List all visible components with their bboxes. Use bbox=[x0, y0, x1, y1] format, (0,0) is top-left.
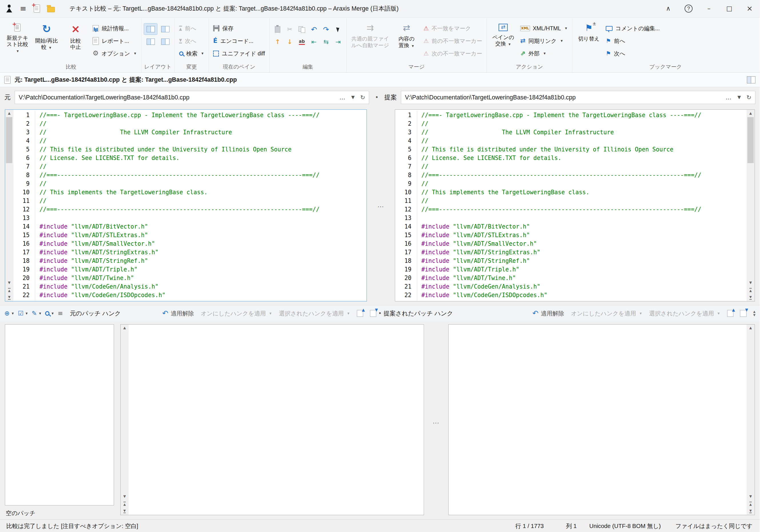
apply-down-button[interactable]: ▼ bbox=[370, 310, 376, 317]
scroll-down-icon[interactable]: ▼ bbox=[746, 493, 755, 500]
align-center-button[interactable]: ⇆ bbox=[320, 37, 332, 47]
auto-merge-button[interactable]: ⇉ 共通の親ファイルへ自動マージ bbox=[349, 20, 392, 49]
jump-last-difference-icon[interactable]: ▼ bbox=[746, 508, 755, 514]
code-line[interactable]: 19#include "llvm/ADT/Triple.h" bbox=[395, 265, 746, 274]
new-text-compare-button[interactable]: + 新規テキスト比較 ▼ bbox=[3, 20, 31, 54]
hunk-search-button[interactable]: ▼ bbox=[45, 311, 54, 315]
original-code-content[interactable]: 1//===- TargetLoweringBase.cpp - Impleme… bbox=[14, 110, 366, 301]
chevron-down-icon[interactable]: ▼ bbox=[350, 94, 356, 101]
unapply-button[interactable]: ↶適用解除 bbox=[162, 310, 194, 317]
xml-html-button[interactable]: XML XML/HTML ▼ bbox=[518, 23, 570, 33]
code-line[interactable]: 2// bbox=[14, 120, 366, 128]
next-bookmark-button[interactable]: ⚑ 次へ bbox=[604, 49, 662, 59]
paste-button[interactable] bbox=[272, 24, 283, 35]
replace-content-button[interactable]: ⇄ 内容の置換 ▼ bbox=[393, 20, 421, 49]
original-patch-content[interactable] bbox=[128, 324, 424, 515]
original-patch-scrollbar[interactable]: ▲ ▼ ▲ ▼ bbox=[120, 324, 129, 515]
scroll-down-icon[interactable]: ▼ bbox=[5, 279, 14, 287]
report-button[interactable]: レポート... bbox=[91, 36, 139, 46]
empty-patch-pane[interactable] bbox=[5, 324, 114, 506]
new-document-icon[interactable]: + bbox=[34, 5, 40, 12]
redo-button[interactable]: ↷ bbox=[320, 24, 332, 35]
scroll-up-icon[interactable]: ▲ bbox=[5, 110, 14, 117]
minimize-button[interactable]: – bbox=[699, 0, 719, 18]
code-line[interactable]: 13 bbox=[395, 214, 746, 222]
statistics-button[interactable]: 統計情報... bbox=[91, 23, 139, 33]
code-line[interactable]: 22#include "llvm/CodeGen/ISDOpcodes.h" bbox=[14, 291, 366, 299]
apply-checked-hunks-button[interactable]: オンにしたハンクを適用▼ bbox=[571, 310, 642, 317]
code-line[interactable]: 16#include "llvm/ADT/SmallVector.h" bbox=[395, 239, 746, 248]
layout-variant-button[interactable] bbox=[158, 36, 172, 47]
proposed-scrollbar[interactable]: ▲ ▼ ▲ ▼ bbox=[746, 110, 755, 301]
code-line[interactable]: 17#include "llvm/ADT/StringExtras.h" bbox=[14, 248, 366, 257]
browse-ellipsis-button[interactable]: … bbox=[339, 95, 345, 100]
scrollbar-thumb[interactable] bbox=[6, 117, 12, 163]
code-line[interactable]: 9// bbox=[395, 179, 746, 188]
gutter-more-button[interactable]: ... bbox=[378, 203, 384, 208]
align-left-button[interactable]: ⇤ bbox=[308, 37, 319, 47]
code-line[interactable]: 22#include "llvm/CodeGen/ISDOpcodes.h" bbox=[395, 291, 746, 299]
code-line[interactable]: 21#include "llvm/CodeGen/Analysis.h" bbox=[395, 282, 746, 291]
jump-first-difference-icon[interactable]: ▲ bbox=[120, 500, 129, 508]
jump-first-difference-icon[interactable]: ▲ bbox=[746, 287, 755, 294]
align-right-button[interactable]: ⇥ bbox=[333, 37, 344, 47]
code-line[interactable]: 7// bbox=[14, 162, 366, 171]
code-line[interactable]: 9// bbox=[14, 179, 366, 188]
select-pointer-button[interactable] bbox=[333, 24, 344, 35]
external-button[interactable]: ⇗ 外部 ▼ bbox=[518, 49, 570, 59]
scrollbar-track[interactable] bbox=[746, 332, 755, 493]
code-line[interactable]: 14#include "llvm/ADT/BitVector.h" bbox=[395, 222, 746, 231]
scrollbar-track[interactable] bbox=[5, 117, 14, 279]
code-line[interactable]: 6// License. See LICENSE.TXT for details… bbox=[14, 154, 366, 162]
close-button[interactable]: × bbox=[739, 0, 760, 18]
code-line[interactable]: 16#include "llvm/ADT/SmallVector.h" bbox=[14, 239, 366, 248]
proposed-patch-content[interactable] bbox=[449, 324, 746, 515]
undo-button[interactable]: ↶ bbox=[308, 24, 319, 35]
code-line[interactable]: 19#include "llvm/ADT/Triple.h" bbox=[14, 265, 366, 274]
scrollbar-thumb[interactable] bbox=[747, 117, 754, 163]
scroll-up-icon[interactable]: ▲ bbox=[746, 110, 755, 117]
code-line[interactable]: 13 bbox=[14, 214, 366, 222]
arrange-panes-icon[interactable] bbox=[747, 76, 756, 83]
code-line[interactable]: 8//===----------------------------------… bbox=[14, 171, 366, 179]
unapply-button[interactable]: ↶適用解除 bbox=[532, 310, 564, 317]
jump-first-difference-icon[interactable]: ▲ bbox=[5, 287, 14, 294]
next-mismatch-marker-button[interactable]: ⚠ 次の不一致マーカー bbox=[421, 49, 484, 59]
layout-variant-button[interactable] bbox=[158, 23, 172, 35]
apply-checked-hunks-button[interactable]: オンにしたハンクを適用▼ bbox=[201, 310, 272, 317]
proposed-patch-scrollbar[interactable]: ▲ ▼ ▲ ▼ bbox=[746, 324, 755, 515]
browse-ellipsis-button[interactable]: … bbox=[726, 95, 732, 100]
apply-up-button[interactable]: ▲ bbox=[727, 310, 734, 317]
stop-compare-button[interactable]: × 比較中止 bbox=[62, 20, 89, 51]
open-folder-icon[interactable] bbox=[47, 7, 55, 12]
search-button[interactable]: 検索 ▼ bbox=[177, 49, 206, 59]
unified-diff-button[interactable]: ユニファイド diff bbox=[211, 49, 267, 59]
code-line[interactable]: 3// The LLVM Compiler Infrastructure bbox=[395, 128, 746, 137]
hunk-filter-button[interactable]: ≡ bbox=[58, 310, 63, 316]
jump-first-difference-icon[interactable]: ▲ bbox=[746, 500, 755, 508]
hunk-edit-button[interactable]: ✎▼ bbox=[32, 310, 42, 316]
scroll-up-icon[interactable]: ▲ bbox=[120, 324, 129, 332]
code-line[interactable]: 2// bbox=[395, 120, 746, 128]
gutter-more-button[interactable]: ... bbox=[433, 419, 440, 424]
code-line[interactable]: 20#include "llvm/ADT/Twine.h" bbox=[14, 274, 366, 282]
original-path-combobox[interactable]: V:\Patch\Documentation\TargetLoweringBas… bbox=[15, 91, 369, 104]
hunk-checkbox-button[interactable]: ☑▼ bbox=[18, 310, 28, 316]
code-line[interactable]: 6// License. See LICENSE.TXT for details… bbox=[395, 154, 746, 162]
apply-down-button[interactable]: ▼ bbox=[740, 310, 746, 317]
sort-descending-button[interactable]: ↓ bbox=[284, 37, 296, 47]
start-recompare-button[interactable]: ↻ 開始/再比較 ▼ bbox=[32, 20, 61, 51]
encoding-button[interactable]: É エンコード... bbox=[211, 36, 267, 46]
code-line[interactable]: 23#include "llvm/CodeGen/MachineBasicBlo… bbox=[395, 299, 746, 301]
history-icon[interactable]: ↻ bbox=[746, 95, 751, 100]
toggle-bookmark-button[interactable]: ⚑± 切り替え bbox=[575, 20, 603, 42]
jump-last-difference-icon[interactable]: ▼ bbox=[5, 294, 14, 301]
scroll-down-icon[interactable]: ▼ bbox=[120, 493, 129, 500]
cut-button[interactable]: ✂ bbox=[284, 24, 296, 35]
previous-bookmark-button[interactable]: ⚑ 前へ bbox=[604, 36, 662, 46]
code-line[interactable]: 21#include "llvm/CodeGen/Analysis.h" bbox=[14, 282, 366, 291]
code-line[interactable]: 12//===---------------------------------… bbox=[395, 205, 746, 214]
mark-mismatch-button[interactable]: ⚠ 不一致をマーク bbox=[421, 23, 484, 33]
menu-icon[interactable]: ≡ bbox=[20, 5, 26, 12]
copy-button[interactable] bbox=[296, 24, 308, 35]
